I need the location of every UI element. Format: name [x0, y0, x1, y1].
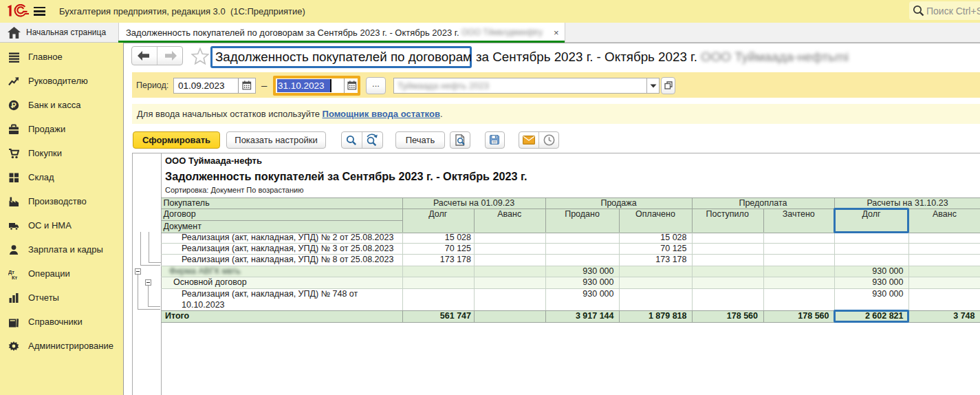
- svg-text:Кт: Кт: [12, 274, 18, 279]
- svg-text:P: P: [12, 101, 17, 109]
